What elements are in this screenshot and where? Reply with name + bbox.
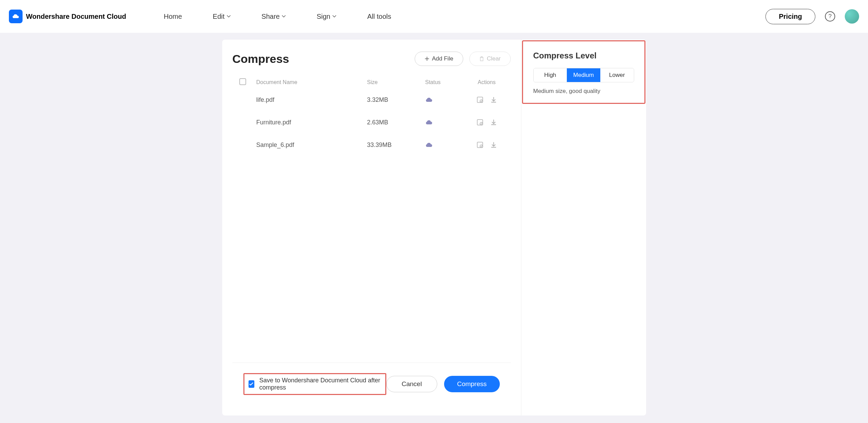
add-file-button[interactable]: Add File bbox=[415, 52, 463, 66]
nav-home[interactable]: Home bbox=[164, 13, 182, 21]
pricing-button[interactable]: Pricing bbox=[765, 9, 815, 24]
trash-icon bbox=[479, 56, 484, 62]
main-container: Compress Add File Clear Document Name Si… bbox=[222, 40, 646, 415]
download-icon[interactable] bbox=[490, 119, 497, 126]
file-name: life.pdf bbox=[256, 96, 367, 104]
clear-label: Clear bbox=[487, 55, 501, 62]
save-as-icon[interactable] bbox=[476, 141, 484, 149]
cloud-icon bbox=[425, 97, 470, 103]
left-panel: Compress Add File Clear Document Name Si… bbox=[222, 40, 521, 415]
brand-area[interactable]: Wondershare Document Cloud bbox=[9, 10, 126, 23]
file-size: 33.39MB bbox=[367, 141, 425, 149]
cancel-button[interactable]: Cancel bbox=[386, 376, 437, 392]
nav-sign[interactable]: Sign bbox=[317, 13, 336, 21]
user-avatar[interactable] bbox=[845, 9, 859, 24]
file-name: Sample_6.pdf bbox=[256, 141, 367, 149]
compress-button[interactable]: Compress bbox=[444, 376, 500, 392]
page-body: Compress Add File Clear Document Name Si… bbox=[0, 33, 868, 415]
chevron-down-icon bbox=[282, 15, 286, 18]
nav-all-tools[interactable]: All tools bbox=[367, 13, 391, 21]
table-row: Sample_6.pdf 33.39MB bbox=[232, 134, 511, 156]
nav-home-label: Home bbox=[164, 13, 182, 21]
logo-icon bbox=[9, 10, 23, 23]
level-medium[interactable]: Medium bbox=[567, 68, 600, 82]
plus-icon bbox=[425, 56, 429, 61]
save-as-icon[interactable] bbox=[476, 96, 484, 104]
select-all-checkbox[interactable] bbox=[239, 78, 246, 85]
col-header-actions: Actions bbox=[470, 79, 504, 85]
file-size: 3.32MB bbox=[367, 96, 425, 104]
level-lower[interactable]: Lower bbox=[600, 68, 634, 82]
table-header: Document Name Size Status Actions bbox=[232, 76, 511, 88]
save-checkbox[interactable] bbox=[249, 380, 255, 388]
col-header-status: Status bbox=[425, 79, 470, 85]
level-group: High Medium Lower bbox=[533, 68, 634, 82]
level-description: Medium size, good quality bbox=[533, 88, 634, 95]
table-row: Furniture.pdf 2.63MB bbox=[232, 111, 511, 134]
page-title: Compress bbox=[232, 52, 289, 66]
add-file-label: Add File bbox=[432, 55, 453, 62]
brand-text: Wondershare Document Cloud bbox=[26, 13, 126, 21]
app-header: Wondershare Document Cloud Home Edit Sha… bbox=[0, 0, 868, 33]
nav-share[interactable]: Share bbox=[262, 13, 286, 21]
chevron-down-icon bbox=[227, 15, 231, 18]
col-header-size: Size bbox=[367, 79, 425, 85]
chevron-down-icon bbox=[332, 15, 336, 18]
save-label: Save to Wondershare Document Cloud after… bbox=[259, 377, 381, 391]
level-high[interactable]: High bbox=[534, 68, 567, 82]
help-icon[interactable]: ? bbox=[825, 11, 835, 22]
download-icon[interactable] bbox=[490, 96, 497, 104]
nav-share-label: Share bbox=[262, 13, 280, 21]
clear-button: Clear bbox=[469, 52, 511, 66]
footer-buttons: Cancel Compress bbox=[386, 376, 500, 392]
nav-sign-label: Sign bbox=[317, 13, 330, 21]
main-nav: Home Edit Share Sign All tools bbox=[164, 13, 391, 21]
table-row: life.pdf 3.32MB bbox=[232, 88, 511, 111]
compress-level-box: Compress Level High Medium Lower Medium … bbox=[522, 40, 645, 104]
file-name: Furniture.pdf bbox=[256, 119, 367, 126]
header-right: Pricing ? bbox=[765, 9, 859, 24]
download-icon[interactable] bbox=[490, 141, 497, 149]
cloud-icon bbox=[425, 120, 470, 125]
nav-all-tools-label: All tools bbox=[367, 13, 391, 21]
col-header-name: Document Name bbox=[256, 79, 367, 85]
panel-header: Compress Add File Clear bbox=[232, 52, 511, 66]
save-to-cloud-box: Save to Wondershare Document Cloud after… bbox=[243, 373, 386, 395]
save-as-icon[interactable] bbox=[476, 119, 484, 126]
file-size: 2.63MB bbox=[367, 119, 425, 126]
compress-level-title: Compress Level bbox=[533, 51, 634, 60]
cloud-icon bbox=[425, 142, 470, 148]
right-panel: Compress Level High Medium Lower Medium … bbox=[521, 40, 646, 415]
nav-edit-label: Edit bbox=[213, 13, 224, 21]
header-buttons: Add File Clear bbox=[415, 52, 511, 66]
footer-bar: Save to Wondershare Document Cloud after… bbox=[232, 363, 511, 405]
nav-edit[interactable]: Edit bbox=[213, 13, 230, 21]
